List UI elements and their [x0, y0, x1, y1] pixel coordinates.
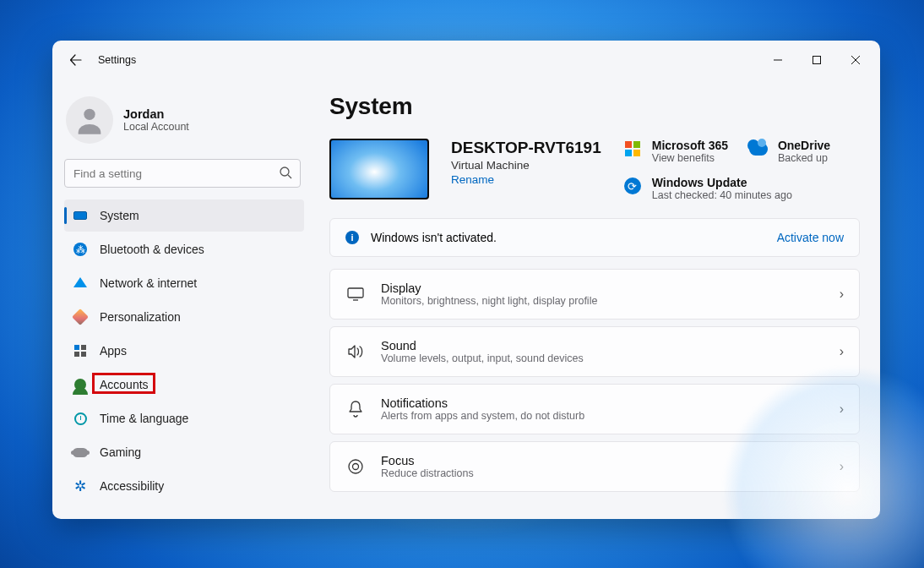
brush-icon: [73, 309, 88, 325]
bell-icon: [345, 401, 366, 418]
tile-windows-update[interactable]: ⟳ Windows Update Last checked: 40 minute…: [623, 176, 860, 201]
activation-text: Windows isn't activated.: [371, 231, 497, 244]
row-sub: Volume levels, output, input, sound devi…: [381, 352, 824, 364]
wifi-icon: [73, 276, 88, 291]
accounts-icon: [73, 377, 88, 392]
system-overview: DESKTOP-RVT6191 Virtual Machine Rename M…: [329, 139, 860, 201]
profile-block[interactable]: Jordan Local Account: [64, 93, 306, 159]
tile-sub: View benefits: [652, 152, 728, 164]
row-notifications[interactable]: Notifications Alerts from apps and syste…: [329, 384, 860, 434]
maximize-button[interactable]: [797, 41, 836, 79]
rename-link[interactable]: Rename: [451, 173, 494, 186]
close-icon: [851, 56, 860, 64]
tile-sub: Backed up: [778, 152, 830, 164]
tile-title: OneDrive: [778, 139, 830, 152]
nav-label: System: [100, 209, 139, 222]
desktop-thumbnail[interactable]: [329, 139, 429, 199]
search-icon: [279, 166, 292, 183]
gamepad-icon: [73, 445, 88, 460]
nav-item-time-language[interactable]: Time & language: [64, 402, 304, 434]
row-sub: Alerts from apps and system, do not dist…: [381, 410, 824, 422]
tile-sub: Last checked: 40 minutes ago: [652, 189, 792, 201]
sound-icon: [345, 344, 366, 359]
row-title: Sound: [381, 339, 824, 352]
windows-update-icon: ⟳: [623, 177, 642, 195]
desktop-wallpaper: Settings: [0, 0, 924, 568]
page-heading: System: [329, 93, 860, 120]
pc-name: DESKTOP-RVT6191: [451, 139, 601, 157]
pc-subtitle: Virtual Machine: [451, 159, 601, 172]
row-display[interactable]: Display Monitors, brightness, night ligh…: [329, 269, 860, 320]
row-title: Focus: [381, 454, 824, 467]
row-title: Display: [381, 281, 824, 295]
arrow-left-icon: [69, 53, 83, 67]
clock-icon: [73, 411, 88, 426]
close-button[interactable]: [836, 41, 875, 79]
nav-item-system[interactable]: System: [64, 199, 304, 232]
minimize-icon: [774, 56, 782, 64]
accessibility-icon: ✲: [73, 478, 88, 494]
nav-label: Network & internet: [100, 276, 197, 290]
svg-rect-0: [813, 57, 821, 64]
nav-item-network[interactable]: Network & internet: [64, 267, 304, 299]
nav-label: Accessibility: [100, 479, 164, 493]
maximize-icon: [813, 56, 821, 64]
row-sub: Reduce distractions: [381, 467, 824, 479]
nav-item-accessibility[interactable]: ✲ Accessibility: [64, 470, 304, 502]
main-content: System DESKTOP-RVT6191 Virtual Machine R…: [306, 79, 880, 519]
nav-label: Gaming: [100, 445, 141, 459]
sidebar: Jordan Local Account System: [52, 79, 306, 519]
tile-onedrive[interactable]: OneDrive Backed up: [749, 139, 860, 164]
tile-microsoft-365[interactable]: Microsoft 365 View benefits: [623, 139, 734, 164]
apps-icon: [73, 343, 88, 358]
onedrive-icon: [749, 139, 768, 158]
activate-now-link[interactable]: Activate now: [777, 231, 844, 244]
nav-label: Accounts: [100, 378, 149, 391]
svg-rect-3: [348, 288, 363, 298]
window-title: Settings: [98, 54, 136, 66]
back-button[interactable]: [68, 52, 84, 68]
svg-point-5: [353, 464, 359, 470]
display-icon: [345, 287, 366, 301]
microsoft-365-icon: [623, 139, 642, 158]
settings-window: Settings: [52, 41, 880, 519]
person-icon: [73, 103, 106, 137]
nav-item-bluetooth[interactable]: ⁂ Bluetooth & devices: [64, 233, 304, 265]
svg-point-1: [84, 109, 95, 120]
system-icon: [73, 208, 88, 223]
chevron-right-icon: ›: [840, 401, 844, 417]
nav-label: Personalization: [100, 310, 181, 324]
row-sound[interactable]: Sound Volume levels, output, input, soun…: [329, 326, 860, 377]
profile-subtitle: Local Account: [123, 121, 189, 133]
minimize-button[interactable]: [758, 41, 797, 79]
search-input[interactable]: [64, 159, 301, 188]
chevron-right-icon: ›: [840, 344, 844, 359]
focus-icon: [345, 458, 366, 475]
tile-title: Microsoft 365: [652, 139, 728, 152]
search-box[interactable]: [64, 159, 301, 188]
svg-point-2: [280, 167, 289, 176]
nav-item-apps[interactable]: Apps: [64, 335, 304, 367]
activation-banner: i Windows isn't activated. Activate now: [329, 218, 860, 257]
avatar: [66, 96, 113, 144]
info-icon: i: [345, 231, 359, 244]
nav-label: Time & language: [100, 412, 188, 425]
chevron-right-icon: ›: [840, 287, 844, 302]
nav-label: Bluetooth & devices: [100, 243, 204, 256]
nav-label: Apps: [100, 344, 127, 358]
chevron-right-icon: ›: [840, 459, 844, 474]
row-sub: Monitors, brightness, night light, displ…: [381, 295, 824, 307]
tile-title: Windows Update: [652, 176, 792, 189]
nav-item-accounts[interactable]: Accounts: [64, 369, 304, 401]
svg-point-4: [349, 460, 362, 473]
nav-list: System ⁂ Bluetooth & devices Network & i…: [64, 199, 306, 511]
nav-item-gaming[interactable]: Gaming: [64, 436, 304, 468]
row-title: Notifications: [381, 396, 824, 410]
nav-item-personalization[interactable]: Personalization: [64, 301, 304, 333]
titlebar: Settings: [52, 41, 880, 79]
row-focus[interactable]: Focus Reduce distractions ›: [329, 441, 860, 492]
profile-name: Jordan: [123, 107, 189, 121]
bluetooth-icon: ⁂: [73, 242, 88, 257]
